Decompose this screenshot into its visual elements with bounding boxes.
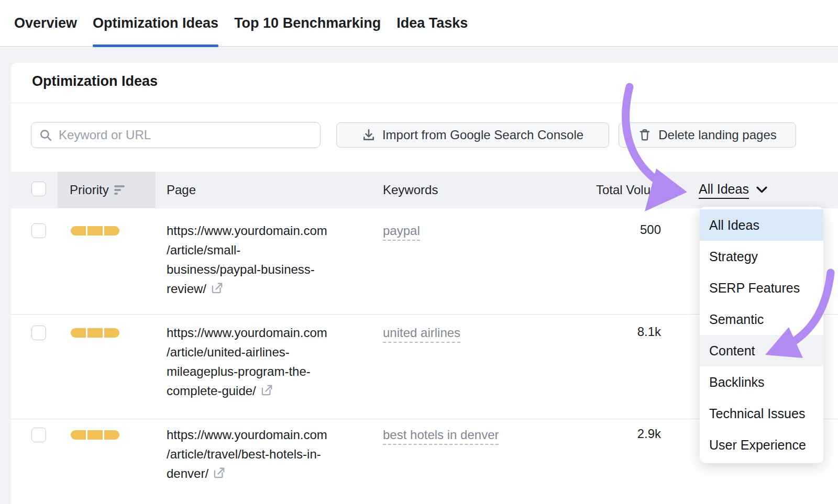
total-volume-value: 8.1k — [545, 324, 661, 339]
tab-top-10-benchmarking[interactable]: Top 10 Benchmarking — [234, 0, 381, 47]
page-url: https://www.yourdomain.com /article/trav… — [167, 428, 327, 480]
chevron-down-icon — [756, 186, 767, 194]
page-url: https://www.yourdomain.com /article/unit… — [167, 326, 327, 398]
page-url: https://www.yourdomain.com /article/smal… — [167, 223, 327, 296]
tab-optimization-ideas[interactable]: Optimization Ideas — [93, 0, 218, 47]
delete-landing-pages-button[interactable]: Delete landing pages — [619, 122, 796, 148]
external-link-icon[interactable] — [212, 466, 226, 485]
keywords-header: Keywords — [383, 172, 438, 208]
ideas-filter-label: All Ideas — [699, 182, 749, 199]
page-cell: https://www.yourdomain.com /article/trav… — [167, 425, 371, 485]
row-checkbox[interactable] — [31, 223, 46, 238]
import-gsc-label: Import from Google Search Console — [382, 128, 583, 142]
priority-header[interactable]: Priority — [70, 172, 125, 208]
search-icon — [39, 128, 52, 142]
search-box — [31, 122, 321, 148]
divider — [11, 103, 838, 103]
trash-icon — [638, 128, 652, 142]
total-volume-value: 2.9k — [545, 427, 661, 441]
priority-indicator — [71, 226, 119, 236]
priority-indicator — [71, 430, 119, 440]
keyword-link[interactable]: paypal — [383, 223, 420, 241]
table-header: Priority Page Keywords Total Volum All I… — [11, 172, 838, 208]
dropdown-item-serp-features[interactable]: SERP Features — [700, 272, 823, 304]
dropdown-item-all-ideas[interactable]: All Ideas — [700, 209, 823, 241]
external-link-icon[interactable] — [210, 281, 224, 300]
dropdown-item-semantic[interactable]: Semantic — [700, 304, 823, 335]
page-cell: https://www.yourdomain.com /article/unit… — [167, 323, 371, 402]
keyword-link[interactable]: united airlines — [383, 326, 460, 343]
ideas-filter-dropdown-menu: All IdeasStrategySERP FeaturesSemanticCo… — [700, 207, 823, 463]
dropdown-item-technical-issues[interactable]: Technical Issues — [700, 398, 823, 429]
external-link-icon[interactable] — [260, 383, 273, 402]
optimization-ideas-card: Optimization Ideas Import from Google Se… — [11, 63, 838, 504]
ideas-filter-dropdown-trigger[interactable]: All Ideas — [699, 172, 767, 208]
page-header: Page — [167, 172, 196, 208]
sort-descending-icon — [114, 185, 125, 195]
priority-indicator — [71, 328, 119, 338]
dropdown-item-user-experience[interactable]: User Experience — [700, 429, 823, 461]
dropdown-item-content[interactable]: Content — [700, 335, 823, 366]
tab-idea-tasks[interactable]: Idea Tasks — [396, 0, 468, 47]
page-cell: https://www.yourdomain.com /article/smal… — [167, 221, 371, 300]
priority-header-label: Priority — [70, 183, 109, 197]
top-tab-bar: Overview Optimization Ideas Top 10 Bench… — [0, 0, 838, 47]
select-all-checkbox[interactable] — [31, 182, 46, 196]
row-checkbox[interactable] — [31, 326, 46, 340]
page-title: Optimization Ideas — [32, 73, 158, 89]
tab-overview[interactable]: Overview — [14, 0, 77, 47]
row-checkbox[interactable] — [31, 428, 46, 442]
dropdown-item-backlinks[interactable]: Backlinks — [700, 366, 823, 398]
total-volume-header: Total Volum — [545, 172, 661, 208]
import-gsc-button[interactable]: Import from Google Search Console — [336, 122, 609, 148]
delete-landing-pages-label: Delete landing pages — [658, 128, 777, 142]
total-volume-value: 500 — [545, 222, 661, 237]
search-input[interactable] — [59, 128, 313, 142]
keyword-link[interactable]: best hotels in denver — [383, 428, 499, 445]
dropdown-item-strategy[interactable]: Strategy — [700, 241, 823, 272]
download-icon — [362, 128, 376, 142]
